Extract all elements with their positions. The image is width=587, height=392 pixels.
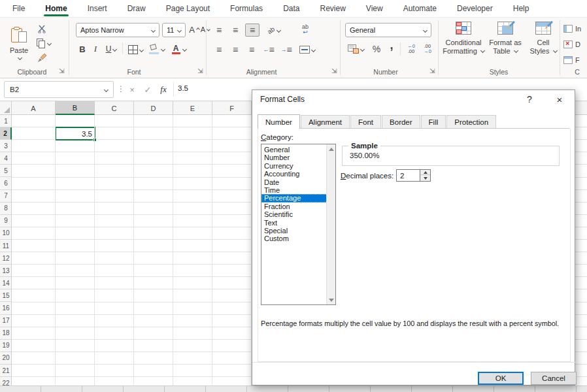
menu-tab-developer[interactable]: Developer xyxy=(456,1,494,16)
column-header-F[interactable]: F xyxy=(212,101,252,115)
row-header-5[interactable]: 5 xyxy=(0,165,12,177)
column-header-C[interactable]: C xyxy=(95,101,134,115)
category-scrollbar[interactable] xyxy=(326,144,335,304)
category-item-currency[interactable]: Currency xyxy=(261,162,335,170)
accounting-format-button[interactable] xyxy=(345,42,366,56)
menu-tab-data[interactable]: Data xyxy=(282,1,301,16)
wrap-text-button[interactable]: ab ↩ xyxy=(297,22,313,37)
borders-button[interactable] xyxy=(126,44,144,56)
menu-tab-insert[interactable]: Insert xyxy=(86,1,109,16)
align-left-button[interactable]: ≡ xyxy=(212,44,226,56)
name-box[interactable]: B2 xyxy=(4,81,114,98)
formula-bar-input[interactable]: 3.5 xyxy=(178,84,188,92)
increase-indent-button[interactable]: →≡ xyxy=(279,44,294,56)
row-header-7[interactable]: 7 xyxy=(0,190,12,203)
row-header-14[interactable]: 14 xyxy=(0,277,12,289)
format-painter-button[interactable] xyxy=(35,52,48,63)
select-all-corner[interactable] xyxy=(0,101,12,115)
menu-tab-formulas[interactable]: Formulas xyxy=(229,1,264,16)
cancel-entry-button[interactable]: × xyxy=(124,82,140,97)
column-header-E[interactable]: E xyxy=(173,101,212,115)
dialog-tab-fill[interactable]: Fill xyxy=(421,115,446,128)
row-header-9[interactable]: 9 xyxy=(0,215,12,227)
number-dialog-launcher[interactable]: ⇲ xyxy=(429,67,435,74)
styles-button-format-as[interactable]: Format asTable xyxy=(485,22,526,75)
insert-function-button[interactable]: fx xyxy=(156,82,171,97)
align-top-button[interactable]: ≡ xyxy=(212,24,226,36)
paste-button[interactable]: Paste xyxy=(5,22,33,65)
dialog-help-button[interactable]: ? xyxy=(517,90,542,108)
font-name-combo[interactable]: Aptos Narrow xyxy=(76,23,159,37)
category-item-percentage[interactable]: Percentage xyxy=(261,194,335,202)
row-header-13[interactable]: 13 xyxy=(0,265,12,277)
category-item-number[interactable]: Number xyxy=(261,154,335,161)
row-header-15[interactable]: 15 xyxy=(0,289,12,302)
bold-button[interactable]: B xyxy=(77,42,88,56)
clipboard-dialog-launcher[interactable]: ⇲ xyxy=(59,67,64,74)
category-item-special[interactable]: Special xyxy=(261,227,335,235)
row-header-8[interactable]: 8 xyxy=(0,203,12,215)
column-header-B[interactable]: B xyxy=(56,101,95,115)
alignment-dialog-launcher[interactable]: ⇲ xyxy=(331,67,337,74)
selected-cell-B2[interactable]: 3.5 xyxy=(55,127,95,140)
scrollbar-down-arrow[interactable] xyxy=(327,295,336,304)
enter-entry-button[interactable]: ✓ xyxy=(140,82,156,97)
delete-cells-button[interactable]: D xyxy=(563,39,580,50)
row-header-20[interactable]: 20 xyxy=(0,352,12,365)
merge-center-button[interactable] xyxy=(297,44,317,56)
cancel-button[interactable]: Cancel xyxy=(531,372,577,385)
row-header-21[interactable]: 21 xyxy=(0,365,12,377)
row-header-4[interactable]: 4 xyxy=(0,152,12,165)
row-header-1[interactable]: 1 xyxy=(0,115,12,127)
format-cells-button[interactable]: F xyxy=(563,54,580,66)
row-header-6[interactable]: 6 xyxy=(0,178,12,190)
category-item-text[interactable]: Text xyxy=(261,219,335,227)
menu-tab-file[interactable]: File xyxy=(11,1,26,16)
category-listbox[interactable]: GeneralNumberCurrencyAccountingDateTimeP… xyxy=(261,144,336,305)
row-header-16[interactable]: 16 xyxy=(0,302,12,315)
comma-style-button[interactable]: , xyxy=(386,39,397,52)
number-format-combo[interactable]: General xyxy=(345,23,431,37)
row-header-22[interactable]: 22 xyxy=(0,377,12,385)
font-dialog-launcher[interactable]: ⇲ xyxy=(197,67,203,74)
fill-handle[interactable] xyxy=(93,138,97,142)
menu-tab-home[interactable]: Home xyxy=(44,1,68,16)
orientation-button[interactable]: ab xyxy=(264,24,284,37)
column-header-D[interactable]: D xyxy=(134,101,173,115)
row-header-19[interactable]: 19 xyxy=(0,340,12,352)
styles-button-conditional[interactable]: ConditionalFormatting xyxy=(443,22,484,75)
row-header-11[interactable]: 11 xyxy=(0,240,12,252)
copy-button[interactable] xyxy=(34,37,54,49)
scrollbar-up-arrow[interactable] xyxy=(327,144,336,154)
category-item-fraction[interactable]: Fraction xyxy=(261,203,335,210)
increase-decimal-button[interactable]: ←0.00 xyxy=(404,42,418,56)
cut-button[interactable] xyxy=(35,23,48,35)
dialog-close-button[interactable]: × xyxy=(547,90,572,108)
insert-cells-button[interactable]: In xyxy=(563,23,581,35)
dialog-tab-font[interactable]: Font xyxy=(350,115,381,128)
dialog-tab-alignment[interactable]: Alignment xyxy=(301,115,350,128)
category-item-general[interactable]: General xyxy=(261,146,335,154)
category-item-scientific[interactable]: Scientific xyxy=(261,210,335,218)
row-header-17[interactable]: 17 xyxy=(0,315,12,327)
menu-tab-view[interactable]: View xyxy=(365,1,384,16)
align-center-button[interactable]: ≡ xyxy=(229,44,242,56)
menu-tab-help[interactable]: Help xyxy=(512,1,531,16)
category-item-accounting[interactable]: Accounting xyxy=(261,170,335,178)
grow-font-button[interactable]: A xyxy=(188,23,200,36)
category-item-date[interactable]: Date xyxy=(261,178,335,186)
category-item-custom[interactable]: Custom xyxy=(261,235,335,242)
row-header-12[interactable]: 12 xyxy=(0,252,12,265)
dialog-tab-border[interactable]: Border xyxy=(382,115,420,128)
decrease-decimal-button[interactable]: .00→0 xyxy=(420,42,435,56)
styles-button-cell[interactable]: CellStyles xyxy=(523,22,563,75)
menu-tab-review[interactable]: Review xyxy=(318,1,346,16)
category-item-time[interactable]: Time xyxy=(261,186,335,194)
align-bottom-button[interactable]: ≡ xyxy=(245,24,260,37)
font-size-combo[interactable]: 11 xyxy=(162,23,186,37)
align-right-button[interactable]: ≡ xyxy=(245,44,258,56)
dialog-title-bar[interactable]: Format Cells ? × xyxy=(252,90,575,108)
row-header-18[interactable]: 18 xyxy=(0,327,12,340)
row-header-3[interactable]: 3 xyxy=(0,140,12,152)
underline-button[interactable]: U xyxy=(102,42,120,56)
